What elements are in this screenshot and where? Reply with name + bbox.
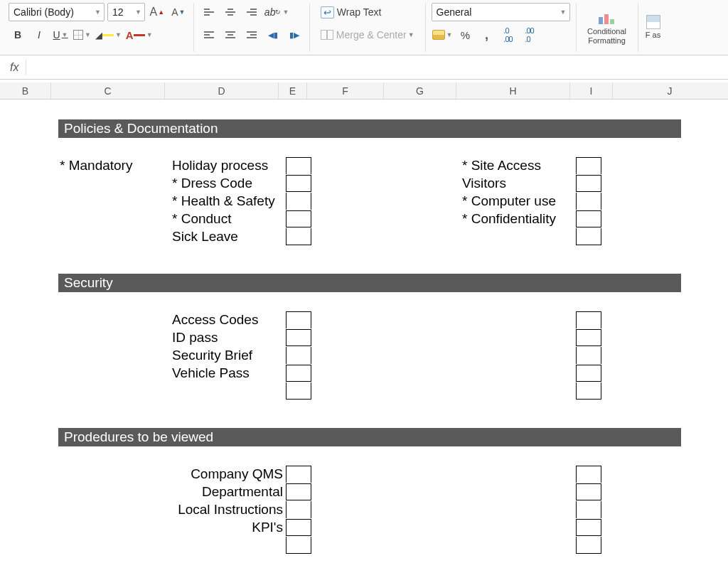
policy-right-item: * Computer use	[462, 193, 576, 209]
merge-icon	[321, 30, 333, 40]
increase-indent-button[interactable]: ▮▶	[285, 26, 304, 44]
fill-color-button[interactable]: ◢ ▼	[95, 26, 122, 44]
font-name-combo[interactable]: Calibri (Body) ▼	[9, 3, 105, 21]
align-center-button[interactable]	[221, 26, 240, 44]
conditional-formatting-button[interactable]: Conditional Formatting	[582, 9, 632, 45]
checkbox-cell[interactable]	[576, 501, 601, 518]
wrap-text-icon: ↩	[321, 6, 334, 18]
currency-button[interactable]: ▼	[432, 26, 454, 44]
checkbox-cell[interactable]	[286, 347, 311, 364]
checkbox-cell[interactable]	[576, 228, 601, 245]
wrap-text-button[interactable]: ↩ Wrap Text	[316, 3, 387, 21]
font-name-value: Calibri (Body)	[14, 6, 92, 18]
security-item: ID pass	[172, 330, 286, 345]
checkbox-cell[interactable]	[286, 193, 311, 210]
security-item: Access Codes	[172, 312, 286, 328]
formula-input[interactable]	[26, 55, 728, 79]
checkbox-cell[interactable]	[286, 365, 311, 382]
underline-button[interactable]: U▼	[51, 26, 70, 44]
checkbox-cell[interactable]	[576, 157, 601, 174]
chevron-down-icon: ▼	[135, 9, 141, 16]
table-icon	[646, 15, 660, 29]
decrease-decimal-icon: .00.0	[525, 26, 533, 43]
checkbox-cell[interactable]	[576, 311, 601, 328]
checkbox-cell[interactable]	[576, 193, 601, 210]
checkbox-cell[interactable]	[286, 519, 311, 536]
align-bottom-button[interactable]	[242, 3, 261, 21]
merge-center-button[interactable]: Merge & Center ▼	[316, 26, 419, 44]
col-header-f[interactable]: F	[307, 82, 384, 99]
table-row	[58, 382, 681, 400]
col-header-j[interactable]: J	[613, 82, 727, 99]
col-header-c[interactable]: C	[51, 82, 165, 99]
bold-button[interactable]: B	[9, 26, 27, 44]
checkbox-cell[interactable]	[286, 537, 311, 554]
borders-button[interactable]: ▼	[73, 26, 92, 44]
checkbox-cell[interactable]	[286, 311, 311, 328]
checkbox-cell[interactable]	[286, 228, 311, 245]
increase-decimal-button[interactable]: .0.00	[499, 26, 518, 44]
policy-right-item: * Site Access	[462, 158, 576, 173]
checkbox-cell[interactable]	[286, 466, 311, 483]
down-arrow-icon: ▼	[179, 9, 186, 16]
checkbox-cell[interactable]	[286, 501, 311, 518]
checkbox-cell[interactable]	[576, 537, 601, 554]
align-left-button[interactable]	[200, 26, 218, 44]
font-size-combo[interactable]: 12 ▼	[107, 3, 145, 21]
checkbox-cell[interactable]	[286, 382, 311, 400]
checkbox-cell[interactable]	[576, 365, 601, 382]
checkbox-cell[interactable]	[576, 329, 601, 346]
checkbox-cell[interactable]	[286, 329, 311, 346]
col-header-g[interactable]: G	[384, 82, 456, 99]
styles-group: Conditional Formatting	[577, 3, 638, 52]
chevron-down-icon: ▼	[446, 31, 453, 38]
increase-decimal-icon: .0.00	[503, 26, 512, 43]
col-header-d[interactable]: D	[165, 82, 279, 99]
align-middle-button[interactable]	[221, 3, 240, 21]
decrease-indent-button[interactable]: ◀▮	[264, 26, 282, 44]
align-right-button[interactable]	[242, 26, 261, 44]
font-group: Calibri (Body) ▼ 12 ▼ A▲ A▼ B I U▼	[3, 3, 194, 52]
section-header-policies: Policies & Documentation	[58, 119, 681, 138]
font-color-swatch	[134, 34, 145, 36]
table-row: Vehicle Pass	[58, 364, 681, 382]
checkbox-cell[interactable]	[286, 157, 311, 174]
col-header-b[interactable]: B	[0, 82, 51, 99]
italic-button[interactable]: I	[30, 26, 48, 44]
checkbox-cell[interactable]	[576, 466, 601, 483]
comma-button[interactable]: ,	[478, 26, 496, 44]
decrease-decimal-button[interactable]: .00.0	[520, 26, 539, 44]
percent-button[interactable]	[456, 26, 475, 44]
table-row: * Health & Safety * Computer use	[58, 192, 681, 210]
decrease-font-button[interactable]: A▼	[169, 3, 188, 21]
checkbox-cell[interactable]	[576, 175, 601, 192]
formula-bar: fx	[0, 55, 728, 80]
table-row: KPI's	[58, 518, 681, 536]
checkbox-cell[interactable]	[576, 483, 601, 500]
col-header-i[interactable]: I	[570, 82, 613, 99]
orientation-button[interactable]: ab↻ ▼	[264, 3, 290, 21]
table-row: ID pass	[58, 328, 681, 346]
col-header-e[interactable]: E	[279, 82, 307, 99]
checkbox-cell[interactable]	[286, 483, 311, 500]
format-as-table-button[interactable]: F as	[644, 14, 663, 40]
checkbox-cell[interactable]	[576, 519, 601, 536]
orientation-icon: ab	[264, 6, 276, 18]
checkbox-cell[interactable]	[286, 210, 311, 227]
conditional-formatting-icon	[597, 10, 617, 26]
table-row: Company QMS	[58, 465, 681, 483]
checkbox-cell[interactable]	[576, 210, 601, 227]
checkbox-cell[interactable]	[576, 347, 601, 364]
section-body-security: Access Codes ID pass Security Brief Vehi…	[58, 292, 681, 400]
font-color-button[interactable]: A ▼	[125, 26, 154, 44]
chevron-down-icon: ▼	[115, 31, 122, 38]
procedure-item: Departmental	[172, 484, 286, 500]
checkbox-cell[interactable]	[286, 175, 311, 192]
number-format-combo[interactable]: General ▼	[432, 3, 570, 21]
increase-font-button[interactable]: A▲	[148, 3, 166, 21]
checkbox-cell[interactable]	[576, 382, 601, 400]
align-top-button[interactable]	[200, 3, 218, 21]
indent-left-icon: ◀▮	[268, 31, 278, 40]
col-header-h[interactable]: H	[456, 82, 570, 99]
sheet[interactable]: Policies & Documentation * Mandatory Hol…	[0, 100, 728, 554]
